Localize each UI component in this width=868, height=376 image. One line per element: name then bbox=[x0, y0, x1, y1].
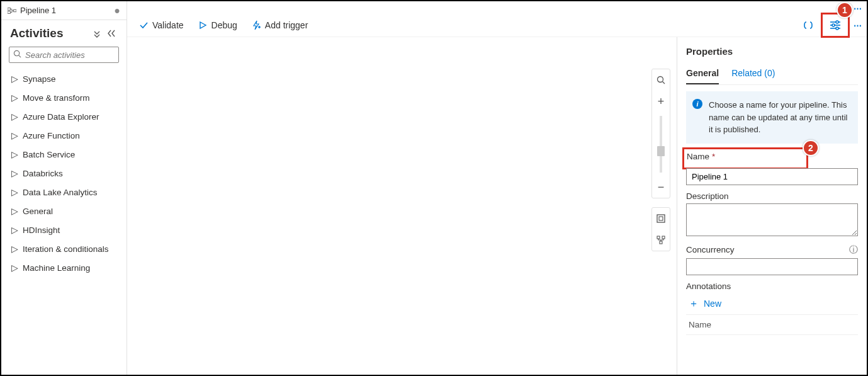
zoom-search-icon[interactable] bbox=[652, 69, 670, 91]
activity-category[interactable]: ▷Iteration & conditionals bbox=[5, 239, 123, 258]
activity-category-label: Databricks bbox=[23, 169, 63, 178]
pipeline-toolbar: Validate Debug Add trigger 1 bbox=[127, 14, 867, 37]
chevron-right-icon: ▷ bbox=[11, 93, 18, 103]
annotations-label: Annotations bbox=[686, 282, 858, 291]
chevron-right-icon: ▷ bbox=[11, 130, 18, 140]
zoom-out-button[interactable]: − bbox=[652, 176, 670, 198]
concurrency-field-label: Concurrency ⓘ bbox=[686, 244, 858, 256]
svg-rect-19 bbox=[660, 241, 662, 244]
add-trigger-label: Add trigger bbox=[265, 20, 308, 30]
pipeline-name-input[interactable] bbox=[686, 168, 858, 185]
zoom-slider[interactable] bbox=[660, 116, 662, 173]
svg-rect-1 bbox=[8, 11, 10, 13]
concurrency-input[interactable] bbox=[686, 258, 858, 275]
activity-category-list: ▷Synapse ▷Move & transform ▷Azure Data E… bbox=[1, 68, 127, 278]
activity-category[interactable]: ▷Synapse bbox=[5, 69, 123, 88]
info-help-icon[interactable]: ⓘ bbox=[849, 244, 858, 256]
toolbar-overflow-icon[interactable]: ⋯ bbox=[850, 21, 867, 30]
svg-point-10 bbox=[832, 24, 835, 26]
activity-category-label: HDInsight bbox=[23, 225, 60, 235]
pipeline-icon bbox=[8, 8, 16, 14]
description-input[interactable] bbox=[686, 203, 858, 236]
tab-general[interactable]: General bbox=[686, 63, 719, 84]
zoom-in-button[interactable]: + bbox=[652, 91, 670, 112]
lightning-icon bbox=[251, 20, 261, 30]
activities-heading: Activities bbox=[10, 26, 86, 40]
svg-rect-16 bbox=[659, 217, 663, 220]
info-icon: i bbox=[692, 99, 702, 109]
search-activities-input[interactable] bbox=[25, 50, 115, 60]
play-icon bbox=[198, 20, 208, 30]
unsaved-indicator-icon: ● bbox=[114, 5, 120, 16]
activities-sidebar: Pipeline 1 ● Activities ▷ bbox=[1, 1, 127, 375]
chevron-right-icon: ▷ bbox=[11, 225, 18, 235]
svg-point-13 bbox=[658, 77, 663, 83]
pipeline-canvas[interactable]: + − bbox=[127, 37, 677, 375]
properties-panel: Properties General Related (0) i Choose … bbox=[677, 37, 867, 375]
activity-category[interactable]: ▷Data Lake Analytics bbox=[5, 183, 123, 202]
debug-button[interactable]: Debug bbox=[198, 20, 237, 30]
zoom-slider-thumb[interactable] bbox=[657, 146, 665, 156]
properties-tabs: General Related (0) bbox=[686, 63, 858, 85]
collapse-panel-icon[interactable] bbox=[106, 28, 118, 39]
chevron-right-icon: ▷ bbox=[11, 263, 18, 273]
name-field-label: Name* bbox=[687, 152, 803, 161]
activity-category-label: Synapse bbox=[23, 74, 56, 84]
activity-category[interactable]: ▷HDInsight bbox=[5, 220, 123, 239]
activity-category-label: Data Lake Analytics bbox=[23, 188, 98, 197]
search-icon bbox=[13, 50, 21, 60]
add-annotation-label: New bbox=[704, 299, 721, 309]
tab-related[interactable]: Related (0) bbox=[731, 63, 775, 84]
activity-category-label: General bbox=[23, 207, 53, 216]
info-text: Choose a name for your pipeline. This na… bbox=[709, 100, 847, 134]
activity-category-label: Move & transform bbox=[23, 93, 90, 103]
canvas-view-controls bbox=[651, 207, 670, 251]
activity-category-label: Batch Service bbox=[23, 150, 75, 159]
overflow-menu-icon[interactable]: ⋯ bbox=[854, 4, 863, 13]
svg-rect-2 bbox=[14, 9, 16, 12]
debug-label: Debug bbox=[211, 20, 237, 30]
activity-category[interactable]: ▷General bbox=[5, 202, 123, 220]
chevron-right-icon: ▷ bbox=[11, 111, 18, 122]
svg-point-3 bbox=[14, 50, 19, 55]
activity-category[interactable]: ▷Move & transform bbox=[5, 88, 123, 107]
view-code-button[interactable] bbox=[796, 14, 821, 36]
pipeline-tab[interactable]: Pipeline 1 ● bbox=[1, 1, 127, 20]
info-banner: i Choose a name for your pipeline. This … bbox=[686, 91, 858, 144]
svg-line-4 bbox=[19, 55, 21, 57]
chevron-right-icon: ▷ bbox=[11, 244, 18, 254]
activity-category-label: Iteration & conditionals bbox=[23, 244, 109, 254]
svg-rect-17 bbox=[657, 236, 660, 239]
activity-category[interactable]: ▷Machine Learning bbox=[5, 258, 123, 277]
fit-to-screen-button[interactable] bbox=[652, 208, 670, 229]
properties-title: Properties bbox=[686, 46, 858, 57]
svg-line-14 bbox=[663, 82, 665, 84]
activity-category[interactable]: ▷Databricks bbox=[5, 164, 123, 183]
activity-category[interactable]: ▷Azure Data Explorer bbox=[5, 107, 123, 126]
svg-rect-18 bbox=[662, 236, 665, 239]
svg-rect-15 bbox=[657, 215, 665, 222]
annotations-column-header: Name bbox=[686, 314, 858, 335]
collapse-all-icon[interactable] bbox=[91, 28, 103, 39]
chevron-right-icon: ▷ bbox=[11, 206, 18, 216]
chevron-right-icon: ▷ bbox=[11, 74, 18, 84]
add-annotation-button[interactable]: ＋ New bbox=[686, 293, 724, 314]
activity-category-label: Azure Function bbox=[23, 131, 80, 140]
description-field-label: Description bbox=[686, 191, 858, 201]
zoom-controls: + − bbox=[651, 69, 670, 198]
pipeline-tab-title: Pipeline 1 bbox=[20, 6, 56, 15]
svg-point-8 bbox=[836, 21, 838, 23]
add-trigger-button[interactable]: Add trigger bbox=[251, 20, 308, 30]
chevron-right-icon: ▷ bbox=[11, 187, 18, 197]
search-activities-box[interactable] bbox=[9, 47, 119, 63]
activity-category-label: Machine Learning bbox=[23, 263, 90, 273]
activity-category[interactable]: ▷Batch Service bbox=[5, 145, 123, 164]
chevron-right-icon: ▷ bbox=[11, 168, 18, 178]
svg-point-12 bbox=[836, 27, 838, 30]
activity-category-label: Azure Data Explorer bbox=[23, 112, 99, 122]
activity-category[interactable]: ▷Azure Function bbox=[5, 126, 123, 145]
validate-button[interactable]: Validate bbox=[138, 20, 184, 30]
callout-badge-2: 2 bbox=[803, 140, 819, 156]
callout-badge-1: 1 bbox=[837, 2, 853, 18]
auto-layout-button[interactable] bbox=[652, 229, 670, 251]
